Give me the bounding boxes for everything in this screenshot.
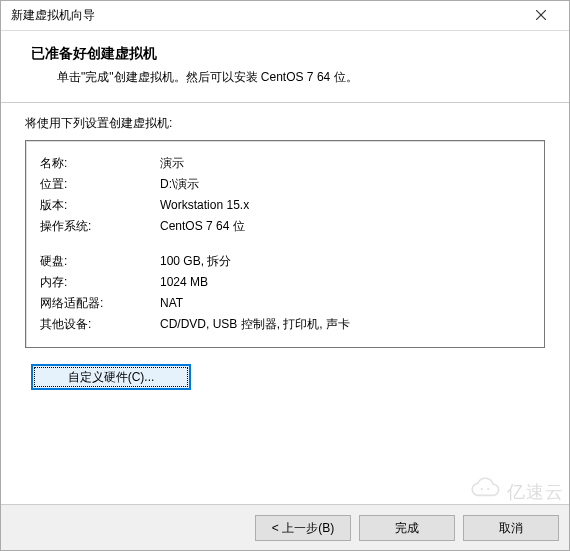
cancel-button[interactable]: 取消 [463,515,559,541]
wizard-subtext: 单击"完成"创建虚拟机。然后可以安装 CentOS 7 64 位。 [31,69,547,86]
customize-hardware-button[interactable]: 自定义硬件(C)... [31,364,191,390]
titlebar: 新建虚拟机向导 [1,1,569,31]
setting-row: 操作系统: CentOS 7 64 位 [40,216,534,237]
setting-row: 名称: 演示 [40,153,534,174]
setting-value: NAT [160,293,534,314]
setting-row: 版本: Workstation 15.x [40,195,534,216]
setting-row: 内存: 1024 MB [40,272,534,293]
setting-value: 1024 MB [160,272,534,293]
setting-row: 网络适配器: NAT [40,293,534,314]
wizard-window: 新建虚拟机向导 已准备好创建虚拟机 单击"完成"创建虚拟机。然后可以安装 Cen… [0,0,570,551]
settings-summary-box: 名称: 演示 位置: D:\演示 版本: Workstation 15.x 操作… [25,140,545,348]
setting-label: 内存: [40,272,160,293]
setting-label: 名称: [40,153,160,174]
wizard-heading: 已准备好创建虚拟机 [31,45,547,63]
setting-value: CD/DVD, USB 控制器, 打印机, 声卡 [160,314,534,335]
setting-value: D:\演示 [160,174,534,195]
setting-row: 位置: D:\演示 [40,174,534,195]
setting-label: 硬盘: [40,251,160,272]
setting-label: 网络适配器: [40,293,160,314]
customize-button-wrap: 自定义硬件(C)... [25,364,545,390]
finish-button[interactable]: 完成 [359,515,455,541]
setting-label: 位置: [40,174,160,195]
setting-label: 操作系统: [40,216,160,237]
close-icon [536,9,546,23]
setting-label: 版本: [40,195,160,216]
wizard-header: 已准备好创建虚拟机 单击"完成"创建虚拟机。然后可以安装 CentOS 7 64… [1,31,569,103]
setting-row: 硬盘: 100 GB, 拆分 [40,251,534,272]
wizard-footer: < 上一步(B) 完成 取消 [1,504,569,550]
setting-row: 其他设备: CD/DVD, USB 控制器, 打印机, 声卡 [40,314,534,335]
wizard-body: 将使用下列设置创建虚拟机: 名称: 演示 位置: D:\演示 版本: Works… [1,103,569,504]
setting-value: 演示 [160,153,534,174]
setting-value: 100 GB, 拆分 [160,251,534,272]
setting-value: CentOS 7 64 位 [160,216,534,237]
back-button[interactable]: < 上一步(B) [255,515,351,541]
setting-group-divider [40,237,534,251]
setting-value: Workstation 15.x [160,195,534,216]
close-button[interactable] [521,2,561,30]
window-title: 新建虚拟机向导 [11,7,95,24]
settings-intro: 将使用下列设置创建虚拟机: [25,115,545,132]
setting-label: 其他设备: [40,314,160,335]
